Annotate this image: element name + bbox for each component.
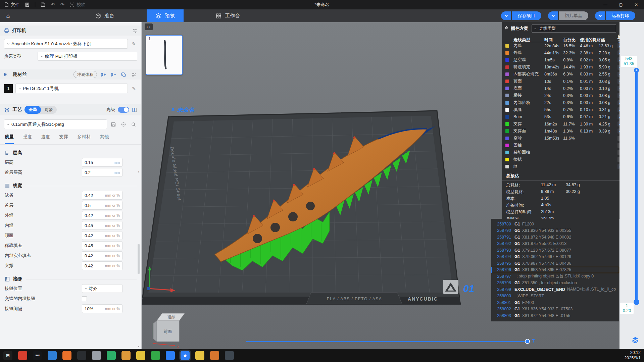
gcode-line[interactable]: 258789 G1 F1200	[491, 221, 619, 227]
plate-thumbnail[interactable]: 1	[146, 35, 183, 75]
taskbar-clock[interactable]: 20:12 2025/9/1	[624, 350, 641, 361]
remove-filament-icon[interactable]	[110, 71, 117, 78]
printer-settings-icon[interactable]	[132, 28, 137, 33]
save-preset-icon[interactable]	[110, 121, 117, 128]
remote-print-dropdown[interactable]	[595, 11, 605, 20]
gcode-line[interactable]: 258797 ; stop printing object 匕首.STL id:…	[491, 273, 619, 280]
slice-plate-dropdown[interactable]	[548, 11, 558, 20]
reset-preset-icon[interactable]	[120, 121, 127, 128]
seam-gap-input[interactable]: 10% mm or %	[82, 304, 122, 313]
scope-object-button[interactable]: 对象	[41, 107, 57, 113]
edit-filament-icon[interactable]: ✎	[131, 86, 137, 91]
notes-button[interactable]	[25, 2, 30, 7]
process-tab[interactable]: 多材料	[77, 134, 91, 144]
taskbar-app-icon[interactable]	[107, 351, 116, 360]
process-tab[interactable]: 支撑	[59, 134, 68, 144]
setting-input[interactable]: 0.2 mm	[82, 168, 122, 177]
advanced-toggle[interactable]	[118, 107, 129, 113]
sync-filament-icon[interactable]	[120, 71, 127, 78]
setting-input[interactable]: 0.45 mm or %	[82, 221, 122, 230]
taskbar-app-icon[interactable]	[92, 351, 101, 360]
tab-preview[interactable]: 预览	[147, 9, 184, 22]
layer-slider-bottom-handle[interactable]	[634, 299, 639, 305]
taskbar-app-icon[interactable]	[18, 351, 27, 360]
maximize-button[interactable]: ▢	[613, 0, 629, 9]
slice-plate-button[interactable]: 切片单盘	[559, 11, 588, 20]
taskbar-app-icon[interactable]: ◆	[181, 351, 190, 360]
taskbar-app-icon[interactable]	[195, 351, 204, 360]
taskbar-app-icon[interactable]	[48, 351, 57, 360]
setting-input[interactable]: 0.42 mm or %	[82, 231, 122, 240]
seam-position-select[interactable]: 对齐	[82, 284, 122, 293]
tab-workbench[interactable]: 工作台	[207, 9, 249, 22]
taskbar-app-icon[interactable]: SW	[33, 351, 42, 360]
flush-volume-button[interactable]: 冲刷体积	[73, 71, 97, 78]
move-slider-handle[interactable]	[525, 339, 530, 344]
settings-scrollbar[interactable]: ▲ ▼	[137, 170, 141, 348]
setting-input[interactable]: 0.42 mm or %	[82, 251, 122, 260]
move-slider-track[interactable]	[246, 341, 528, 342]
panel-expander-button[interactable]: ‹ ›	[145, 23, 153, 30]
filament-slot-number[interactable]: 1	[4, 84, 13, 93]
filament-select[interactable]: PETG 255° 1号机	[15, 84, 128, 93]
layer-slider-bar[interactable]	[635, 71, 638, 301]
taskbar-app-icon[interactable]	[62, 351, 71, 360]
layers-view-icon[interactable]	[632, 336, 639, 345]
gcode-line[interactable]: 258801 G1 F2400	[491, 299, 619, 306]
setting-input[interactable]: 0.45 mm or %	[82, 241, 122, 250]
tab-prepare[interactable]: 准备	[87, 9, 123, 22]
bed-type-select[interactable]: 纹理 PEI 打印板	[38, 52, 137, 61]
scroll-down-icon[interactable]: ▼	[138, 345, 140, 348]
compare-presets-icon[interactable]	[132, 107, 137, 112]
gcode-line[interactable]: 258799 EXCLUDE_OBJECT_END NAME=匕首.STL_id…	[491, 286, 619, 293]
setting-input[interactable]: 0.15 mm	[82, 158, 122, 167]
close-button[interactable]: ✕	[629, 0, 644, 9]
collapse-panel-icon[interactable]	[505, 28, 507, 30]
edit-printer-icon[interactable]: ✎	[131, 41, 137, 47]
home-button[interactable]: ⌂	[0, 9, 16, 22]
setting-input[interactable]: 0.5 mm or %	[82, 201, 122, 210]
color-scheme-select[interactable]: 走线类型	[532, 24, 616, 33]
layer-slider-top-handle[interactable]: +	[634, 68, 639, 73]
file-menu[interactable]: 文件	[4, 2, 19, 8]
gcode-viewer[interactable]: 258789 G1 F1200 258790 G1 X81.836 Y54.93…	[491, 219, 619, 321]
save-button[interactable]	[41, 2, 45, 7]
gcode-line[interactable]: 258795 G1 X78.987 Y57.474 E.00436	[491, 260, 619, 267]
scroll-up-icon[interactable]: ▲	[138, 170, 140, 173]
gcode-line[interactable]: 258796 G1 X81.653 Y54.895 E.07825	[491, 267, 619, 273]
gcode-line[interactable]: 258791 G1 X81.872 Y54.948 E.00082	[491, 234, 619, 241]
taskbar-app-icon[interactable]	[210, 351, 219, 360]
view-cube[interactable]: 顶部 前面 x	[152, 313, 185, 348]
filament-settings-icon[interactable]	[130, 71, 137, 78]
gcode-line[interactable]: 258792 G1 X81.875 Y55.01 E.0013	[491, 241, 619, 247]
gcode-line[interactable]: 258794 G1 X79.062 Y57.667 E.00129	[491, 254, 619, 260]
gcode-line[interactable]: 258793 G1 X79.123 Y57.672 E.08077	[491, 247, 619, 254]
process-tab[interactable]: 其他	[100, 134, 109, 144]
undo-button[interactable]: ↶	[51, 2, 55, 8]
scrollbar-thumb[interactable]	[138, 244, 140, 274]
remote-print-button[interactable]: 远程打印	[606, 11, 635, 20]
process-tab[interactable]: 强度	[23, 134, 32, 144]
add-filament-icon[interactable]	[100, 71, 107, 78]
setting-input[interactable]: 0.42 mm or %	[82, 211, 122, 220]
setting-input[interactable]: 0.42 mm or %	[82, 261, 122, 270]
gcode-line[interactable]: 258800 ;WIPE_START	[491, 293, 619, 300]
taskbar-app-icon[interactable]	[151, 351, 160, 360]
minimize-button[interactable]: —	[598, 0, 613, 9]
setting-input[interactable]: 0.42 mm or %	[82, 191, 122, 200]
taskbar-app-icon[interactable]	[136, 351, 145, 360]
gcode-line[interactable]: 258802 G1 X81.836 Y54.933 E-.07503	[491, 306, 619, 313]
gcode-line[interactable]: 258790 G1 X81.836 Y54.933 E.00355	[491, 227, 619, 234]
gcode-line[interactable]: 258798 G1 Z51.350 ; for object exclusion	[491, 280, 619, 287]
model-name-label[interactable]: 未命名	[170, 106, 194, 114]
scope-global-button[interactable]: 全局	[24, 106, 41, 114]
search-preset-icon[interactable]	[130, 121, 137, 128]
taskbar-app-icon[interactable]	[225, 351, 234, 360]
printer-select[interactable]: Anycubic Kobra S1 0.4 nozzle 热床下沉	[4, 39, 128, 49]
process-tab[interactable]: 质量	[5, 134, 14, 144]
taskbar-app-icon[interactable]: ⊞	[3, 351, 12, 360]
redo-button[interactable]: ↷	[60, 2, 65, 8]
process-preset-select[interactable]: 0.15mm普通支撑S1c-petg	[4, 119, 107, 129]
seam-stagger-checkbox[interactable]	[82, 296, 87, 301]
process-tab[interactable]: 速度	[41, 134, 50, 144]
